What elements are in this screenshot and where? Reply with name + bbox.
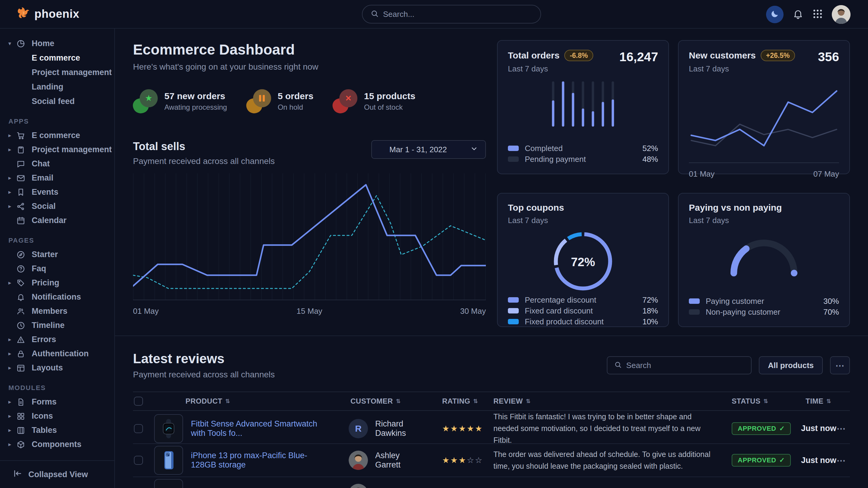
rating-stars: ★★★☆☆ — [423, 455, 477, 465]
customer-avatar[interactable]: R — [349, 419, 368, 438]
legend-swatch — [508, 157, 519, 162]
stat-sublabel: Awating processing — [164, 103, 227, 111]
legend-label: Completed — [525, 144, 563, 153]
product-thumbnail[interactable] — [154, 414, 183, 443]
sidebar-item-label: Layouts — [32, 363, 63, 372]
row-checkbox[interactable] — [134, 424, 143, 433]
sidebar-item-timeline[interactable]: Timeline — [0, 318, 114, 332]
row-menu-button[interactable]: ⋯ — [837, 455, 846, 466]
column-header-rating[interactable]: RATING⇅ — [423, 397, 477, 405]
sidebar-subitem-landing[interactable]: Landing — [0, 79, 114, 94]
profile-avatar[interactable] — [832, 5, 850, 24]
x-glyph: ✕ — [345, 94, 352, 102]
sidebar-item-starter[interactable]: Starter — [0, 248, 114, 262]
reviews-search-input[interactable] — [626, 361, 744, 370]
orders-bar-fill — [612, 99, 614, 127]
calendar-icon — [16, 216, 25, 225]
app-root: phoenix — [0, 0, 868, 488]
sidebar-item-email[interactable]: ▸Email — [0, 171, 114, 185]
column-header-product[interactable]: PRODUCT⇅ — [154, 397, 323, 405]
total-sells-chart — [133, 171, 486, 303]
legend-swatch — [508, 308, 519, 314]
sidebar-item-icons[interactable]: ▸Icons — [0, 409, 114, 423]
select-all-checkbox[interactable] — [134, 397, 143, 406]
sidebar-item-components[interactable]: ▸Components — [0, 437, 114, 452]
notifications-button[interactable] — [793, 8, 803, 21]
legend-value: 48% — [642, 155, 658, 164]
sidebar-subitem-project-management[interactable]: Project management — [0, 65, 114, 79]
sidebar-section-label-modules: MODULES — [8, 384, 114, 392]
column-header-label: REVIEW — [493, 397, 523, 405]
all-products-button[interactable]: All products — [759, 356, 823, 375]
total-orders-value: 16,247 — [619, 50, 658, 64]
total-sells-title: Total sells — [133, 140, 275, 153]
column-header-status[interactable]: STATUS⇅ — [715, 397, 787, 405]
status-cell: APPROVED✓ — [715, 422, 787, 435]
sidebar-item-home[interactable]: ▾Home — [0, 36, 114, 51]
sidebar-item-label: Starter — [32, 250, 58, 259]
orders-bar-fill — [572, 93, 574, 127]
sidebar-item-chat[interactable]: Chat — [0, 157, 114, 171]
column-header-time[interactable]: TIME⇅ — [787, 397, 850, 405]
sidebar-section-label-apps: APPS — [8, 118, 114, 125]
sidebar-item-label: Icons — [32, 412, 53, 421]
product-thumbnail[interactable] — [154, 479, 183, 488]
layout-icon — [16, 363, 25, 372]
sidebar-subitem-e-commerce[interactable]: E commerce — [0, 51, 114, 65]
sidebar-item-notifications[interactable]: Notifications — [0, 290, 114, 304]
sidebar-item-tables[interactable]: ▸Tables — [0, 423, 114, 437]
sidebar-item-e-commerce[interactable]: ▸E commerce — [0, 128, 114, 142]
customer-avatar[interactable] — [349, 484, 368, 488]
sidebar-item-layouts[interactable]: ▸Layouts — [0, 361, 114, 375]
search-input[interactable] — [383, 10, 533, 19]
card-title: Top coupons — [508, 202, 564, 213]
check-icon: ✓ — [779, 425, 785, 432]
customer-avatar[interactable] — [349, 451, 368, 470]
caret-right-icon: ▸ — [8, 336, 16, 343]
sidebar-item-social[interactable]: ▸Social — [0, 199, 114, 214]
collapse-sidebar-button[interactable]: Collapsed View — [0, 460, 114, 488]
legend-label: Pending payment — [525, 155, 586, 164]
legend-row-paying-customer: Paying customer30% — [689, 296, 839, 306]
card-period: Last 7 days — [508, 216, 564, 225]
date-range-select[interactable]: Mar 1 - 31, 2022 — [371, 140, 486, 159]
sidebar-item-members[interactable]: Members — [0, 304, 114, 318]
caret-right-icon: ▸ — [8, 399, 16, 405]
sidebar-item-errors[interactable]: ▸Errors — [0, 332, 114, 347]
product-link[interactable]: iPhone 13 pro max-Pacific Blue-128GB sto… — [191, 451, 323, 469]
reviews-search[interactable] — [607, 356, 752, 375]
reviews-subtitle: Payment received across all channels — [133, 370, 275, 380]
sidebar-subitem-social-feed[interactable]: Social feed — [0, 94, 114, 108]
card-period: Last 7 days — [508, 64, 593, 73]
more-options-button[interactable]: ⋯ — [830, 356, 850, 375]
review-time: Just now — [801, 424, 836, 433]
product-thumbnail[interactable] — [154, 446, 183, 475]
mail-icon — [16, 174, 25, 183]
theme-toggle-button[interactable] — [766, 6, 783, 23]
phoenix-flame-icon — [16, 7, 30, 22]
column-header-review[interactable]: REVIEW⇅ — [477, 397, 715, 405]
caret-down-icon: ▾ — [8, 40, 16, 47]
sidebar-item-pricing[interactable]: ▸Pricing — [0, 276, 114, 290]
sidebar-item-calendar[interactable]: Calendar — [0, 214, 114, 228]
row-checkbox[interactable] — [134, 456, 143, 465]
row-menu-button[interactable]: ⋯ — [837, 423, 846, 434]
brand-logo[interactable]: phoenix — [0, 7, 115, 22]
app-launcher-button[interactable] — [812, 9, 823, 20]
sidebar-item-faq[interactable]: Faq — [0, 262, 114, 276]
sidebar-item-project-management[interactable]: ▸Project management — [0, 142, 114, 157]
legend-swatch — [689, 309, 700, 315]
legend-swatch — [508, 145, 519, 151]
row-checkbox-cell — [133, 424, 154, 433]
column-header-customer[interactable]: CUSTOMER⇅ — [323, 397, 423, 405]
global-search[interactable] — [362, 5, 541, 24]
sidebar-item-events[interactable]: ▸Events — [0, 185, 114, 199]
caret-right-icon: ▸ — [8, 413, 16, 419]
star-filled-icons: ★★★ — [442, 456, 467, 465]
donut-center-value: 72% — [551, 229, 615, 294]
sidebar-item-authentication[interactable]: ▸Authentication — [0, 347, 114, 361]
legend-row-percentage-discount: Percentage discount72% — [508, 294, 658, 305]
product-link[interactable]: Fitbit Sense Advanced Smartwatch with To… — [191, 419, 323, 438]
bell-icon — [793, 8, 803, 21]
sidebar-item-forms[interactable]: ▸Forms — [0, 395, 114, 409]
